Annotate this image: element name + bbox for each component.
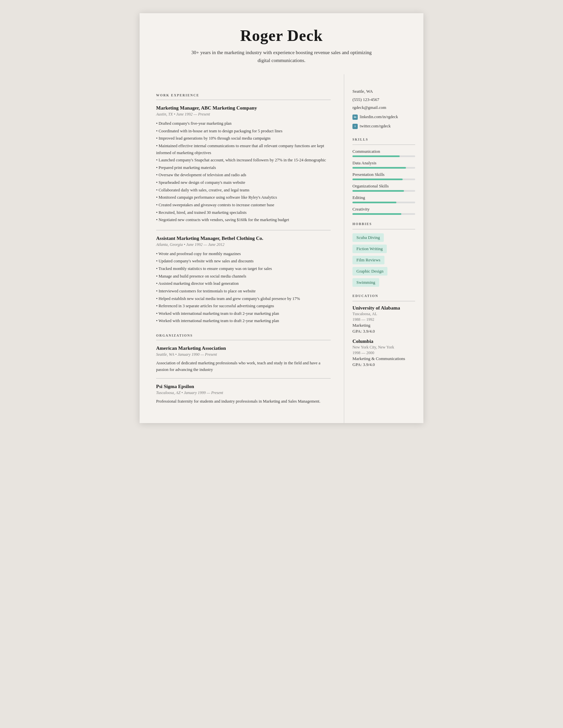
org-2-meta: Tuscaloosa, AZ • January 1999 — Present [156, 390, 331, 395]
bullet-item: • Created sweepstakes and giveaway conte… [156, 202, 331, 209]
twitter-icon: t [352, 124, 358, 129]
bullet-item: • Wrote and proofread copy for monthly m… [156, 250, 331, 257]
skill-item: Presentation Skills [352, 172, 415, 180]
skill-bar-bg [352, 179, 415, 180]
skill-bar-fill [352, 167, 406, 169]
bullet-item: • Helped establish new social media team… [156, 295, 331, 302]
twitter-link: t twitter.com/rgdeck [352, 122, 415, 130]
bullet-item: • Assisted marketing director with lead … [156, 280, 331, 287]
skill-item: Data Analysis [352, 160, 415, 169]
edu-school: University of Alabama [352, 305, 415, 311]
bullet-item: • Improved lead generations by 10% throu… [156, 135, 331, 142]
candidate-tagline: 30+ years in the marketing industry with… [186, 49, 377, 64]
hobby-tag: Graphic Design [352, 267, 387, 276]
edu-field: Marketing [352, 323, 415, 328]
education-divider [352, 301, 415, 301]
hobbies-label: HOBBIES [352, 222, 415, 226]
organizations-section: ORGANIZATIONS American Marketing Associa… [156, 334, 331, 405]
bullet-item: • Prepared print marketing materials [156, 164, 331, 171]
skill-name: Presentation Skills [352, 172, 415, 177]
skill-item: Communication [352, 149, 415, 157]
education-list: University of Alabama Tuscaloosa, AL 198… [352, 305, 415, 367]
sidebar: Seattle, WA (555) 123-4567 rgdeck@gmail.… [344, 74, 423, 423]
candidate-name: Roger Deck [159, 26, 404, 45]
job-1-title: Marketing Manager, ABC Marketing Company [156, 105, 331, 111]
bullet-item: • Worked with international marketing te… [156, 310, 331, 317]
edu-location: New York City, New York [352, 345, 415, 350]
edu-years: 1998 — 2000 [352, 350, 415, 355]
hobby-tag: Swimming [352, 278, 379, 287]
resume-wrapper: Roger Deck 30+ years in the marketing in… [140, 13, 423, 423]
skill-name: Editing [352, 195, 415, 200]
bullet-item: • Coordinated with in-house art team to … [156, 128, 331, 135]
bullet-item: • Maintained effective internal communic… [156, 143, 331, 156]
education-label: EDUCATION [352, 294, 415, 298]
skill-item: Organizational Skills [352, 183, 415, 192]
job-2-bullets: • Wrote and proofread copy for monthly m… [156, 250, 331, 324]
bullet-item: • Updated company's website with new sal… [156, 258, 331, 265]
edu-years: 1988 — 1992 [352, 317, 415, 322]
bullet-item: • Collaborated daily with sales, creativ… [156, 187, 331, 194]
work-experience-section: WORK EXPERIENCE Marketing Manager, ABC M… [156, 93, 331, 324]
edu-location: Tuscaloosa, AL [352, 312, 415, 316]
org-1: American Marketing Association Seattle, … [156, 346, 331, 373]
skill-bar-bg [352, 190, 415, 192]
linkedin-link: in linkedin.com/in/rgdeck [352, 113, 415, 121]
job-1-bullets: • Drafted company's five-year marketing … [156, 120, 331, 223]
skill-bar-fill [352, 190, 404, 192]
job-2: Assistant Marketing Manager, Bethel Clot… [156, 236, 331, 324]
org-2-title: Psi Sigma Epsilon [156, 384, 331, 389]
bullet-item: • Worked with international marketing te… [156, 317, 331, 324]
hobbies-divider [352, 229, 415, 229]
bullet-item: • Oversaw the development of television … [156, 172, 331, 179]
org-1-desc: Association of dedicated marketing profe… [156, 360, 331, 373]
skill-name: Data Analysis [352, 160, 415, 166]
bullet-item: • Negotiated new contracts with vendors,… [156, 216, 331, 223]
job-divider-1 [156, 230, 331, 230]
linkedin-url: linkedin.com/in/rgdeck [360, 113, 398, 121]
bullet-item: • Spearheaded new design of company's ma… [156, 179, 331, 186]
organizations-label: ORGANIZATIONS [156, 334, 331, 337]
skill-bar-fill [352, 213, 401, 215]
bullet-item: • Referenced in 3 separate articles for … [156, 303, 331, 310]
bullet-item: • Recruited, hired, and trained 30 marke… [156, 209, 331, 216]
skill-bar-bg [352, 213, 415, 215]
bullet-item: • Tracked monthly statistics to ensure c… [156, 265, 331, 272]
skill-bar-bg [352, 167, 415, 169]
bullet-item: • Manage and build presence on social me… [156, 273, 331, 280]
work-experience-label: WORK EXPERIENCE [156, 93, 331, 97]
edu-gpa: GPA: 3.9/4.0 [352, 362, 415, 367]
skills-label: SKILLS [352, 138, 415, 141]
job-2-meta: Atlanta, Georgia • June 1992 — June 2012 [156, 242, 331, 247]
resume-header: Roger Deck 30+ years in the marketing in… [140, 13, 423, 74]
hobby-tag: Film Reviews [352, 256, 384, 264]
skill-bar-fill [352, 202, 396, 203]
contact-email: rgdeck@gmail.com [352, 104, 415, 112]
hobbies-list: Scuba DivingFiction WritingFilm ReviewsG… [352, 233, 415, 287]
twitter-url: twitter.com/rgdeck [360, 122, 391, 130]
skill-bar-fill [352, 155, 400, 157]
education-item: University of Alabama Tuscaloosa, AL 198… [352, 305, 415, 334]
contact-section: Seattle, WA (555) 123-4567 rgdeck@gmail.… [352, 87, 415, 130]
skill-name: Communication [352, 149, 415, 154]
skills-list: Communication Data Analysis Presentation… [352, 149, 415, 215]
contact-location: Seattle, WA [352, 87, 415, 96]
skill-bar-fill [352, 179, 403, 180]
skill-bar-bg [352, 155, 415, 157]
bullet-item: • Monitored campaign performance using s… [156, 194, 331, 201]
contact-phone: (555) 123-4567 [352, 96, 415, 104]
linkedin-icon: in [352, 115, 358, 120]
org-1-title: American Marketing Association [156, 346, 331, 351]
bullet-item: • Drafted company's five-year marketing … [156, 120, 331, 127]
org-divider [156, 340, 331, 340]
org-1-meta: Seattle, WA • January 1990 — Present [156, 352, 331, 357]
resume-body: WORK EXPERIENCE Marketing Manager, ABC M… [140, 74, 423, 423]
skill-name: Creativity [352, 207, 415, 212]
skill-item: Editing [352, 195, 415, 203]
hobby-tag: Scuba Diving [352, 233, 384, 242]
edu-school: Columbia [352, 339, 415, 344]
skill-item: Creativity [352, 207, 415, 215]
edu-gpa: GPA: 3.9/4.0 [352, 329, 415, 334]
job-1: Marketing Manager, ABC Marketing Company… [156, 105, 331, 223]
education-item: Columbia New York City, New York 1998 — … [352, 339, 415, 367]
